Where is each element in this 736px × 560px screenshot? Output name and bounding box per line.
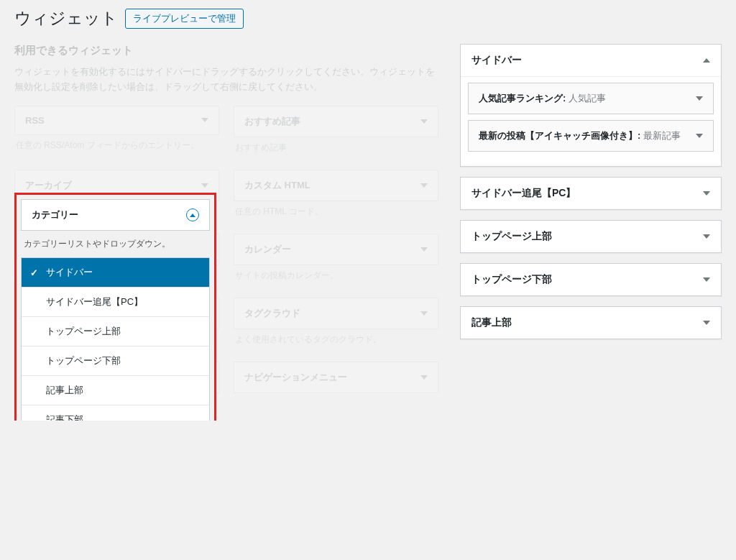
widget-title: アーカイブ	[25, 179, 72, 192]
widget-head[interactable]: カレンダー	[234, 234, 438, 265]
widget-head[interactable]: カスタム HTML	[234, 170, 438, 201]
chevron-down-icon	[703, 234, 710, 239]
placed-widget[interactable]: 最新の投稿【アイキャッチ画像付き】: 最新記事	[468, 120, 714, 152]
sidebar-area: トップページ上部	[460, 220, 722, 253]
area-option[interactable]: トップページ上部	[22, 317, 209, 346]
widget-head[interactable]: タグクラウド	[234, 298, 438, 329]
widget-description: サイトの投稿カレンダー。	[234, 265, 438, 290]
widget-description: 任意の RSS/Atom フィードからのエントリー。	[14, 135, 219, 160]
available-widget[interactable]: RSS	[14, 106, 219, 135]
available-widgets-title: 利用できるウィジェット	[14, 44, 438, 58]
widget-title: RSS	[25, 115, 45, 126]
widget-description: 任意の HTML コード。	[234, 201, 438, 226]
chevron-down-icon	[420, 183, 428, 188]
sidebar-area-title: サイドバー追尾【PC】	[472, 187, 576, 200]
area-option[interactable]: 記事下部	[22, 405, 209, 421]
sidebar-area-header[interactable]: サイドバー追尾【PC】	[461, 178, 721, 209]
sidebar-area: サイドバー追尾【PC】	[460, 177, 722, 210]
sidebar-area-header[interactable]: トップページ上部	[461, 221, 721, 252]
widget-title: ナビゲーションメニュー	[244, 371, 347, 384]
chevron-down-icon	[703, 277, 710, 282]
placed-widget-subtitle: 人気記事	[569, 93, 606, 104]
widget-title: カレンダー	[244, 243, 291, 256]
sidebar-area: サイドバー人気記事ランキング: 人気記事最新の投稿【アイキャッチ画像付き】: 最…	[460, 44, 722, 167]
chevron-down-icon	[420, 311, 428, 316]
chevron-down-icon	[420, 119, 428, 124]
sidebar-area-title: サイドバー	[472, 54, 522, 67]
widget-title: カスタム HTML	[244, 179, 310, 192]
category-widget-title: カテゴリー	[32, 208, 78, 221]
sidebar-area-body: 人気記事ランキング: 人気記事最新の投稿【アイキャッチ画像付き】: 最新記事	[461, 76, 721, 166]
available-widget[interactable]: カレンダー	[234, 234, 438, 265]
widget-title: おすすめ記事	[244, 115, 300, 128]
area-option[interactable]: サイドバー追尾【PC】	[22, 288, 209, 317]
chevron-down-icon	[703, 321, 710, 325]
sidebar-area-header[interactable]: 記事上部	[461, 307, 721, 339]
chevron-down-icon	[201, 118, 208, 122]
placed-widget-subtitle: 最新記事	[643, 130, 681, 141]
sidebar-area: 記事上部	[460, 306, 722, 339]
widget-head[interactable]: ナビゲーションメニュー	[234, 362, 438, 393]
placed-widget-title: 人気記事ランキング:	[479, 93, 569, 104]
sidebar-area-list[interactable]: サイドバーサイドバー追尾【PC】トップページ上部トップページ下部記事上部記事下部…	[21, 257, 210, 421]
chevron-up-icon	[703, 58, 710, 63]
widget-head[interactable]: おすすめ記事	[234, 106, 438, 137]
category-widget-desc: カテゴリーリストやドロップダウン。	[21, 231, 210, 257]
available-widget[interactable]: ナビゲーションメニュー	[234, 362, 438, 393]
widget-description	[234, 393, 438, 406]
sidebar-area-title: トップページ上部	[472, 230, 552, 243]
area-option[interactable]: サイドバー	[22, 258, 209, 288]
available-widget[interactable]: カスタム HTML	[234, 170, 438, 201]
chevron-down-icon	[703, 191, 710, 196]
sidebar-area: トップページ下部	[460, 263, 722, 296]
live-preview-button[interactable]: ライブプレビューで管理	[125, 9, 244, 29]
area-option[interactable]: トップページ下部	[22, 346, 209, 376]
page-header: ウィジェット ライブプレビューで管理	[14, 7, 722, 29]
sidebar-area-title: トップページ下部	[472, 273, 552, 286]
collapse-icon	[186, 208, 199, 221]
category-widget-chooser: カテゴリー カテゴリーリストやドロップダウン。 サイドバーサイドバー追尾【PC】…	[14, 193, 216, 421]
page-title: ウィジェット	[14, 7, 118, 29]
available-widget[interactable]: おすすめ記事	[234, 106, 438, 137]
widget-description: おすすめ記事	[234, 137, 438, 162]
placed-widget[interactable]: 人気記事ランキング: 人気記事	[468, 83, 714, 114]
area-option[interactable]: 記事上部	[22, 376, 209, 405]
sidebar-area-header[interactable]: トップページ下部	[461, 264, 721, 295]
sidebar-area-title: 記事上部	[472, 316, 512, 329]
available-widget[interactable]: タグクラウド	[234, 298, 438, 329]
available-widgets-description: ウィジェットを有効化するにはサイドバーにドラッグするかクリックしてください。ウィ…	[14, 65, 438, 95]
chevron-down-icon	[420, 247, 428, 252]
widget-head[interactable]: RSS	[15, 106, 218, 134]
chevron-down-icon	[696, 96, 703, 101]
chevron-down-icon	[420, 375, 428, 380]
sidebar-area-header[interactable]: サイドバー	[461, 45, 721, 76]
chevron-down-icon	[201, 183, 208, 188]
widget-description: よく使用されているタグのクラウド。	[234, 329, 438, 354]
chevron-down-icon	[696, 134, 703, 138]
category-widget-header[interactable]: カテゴリー	[21, 199, 210, 231]
widget-title: タグクラウド	[244, 307, 300, 320]
placed-widget-title: 最新の投稿【アイキャッチ画像付き】:	[479, 130, 643, 141]
